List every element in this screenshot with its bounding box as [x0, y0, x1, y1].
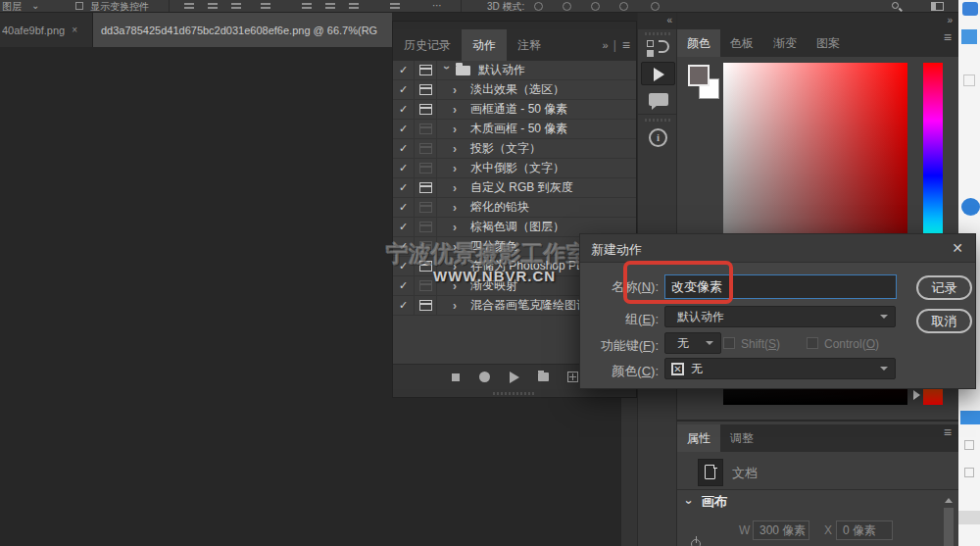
- tab-adjustments[interactable]: 调整: [720, 424, 763, 452]
- 3d-mode-icon[interactable]: [534, 2, 543, 11]
- chevron-right-icon[interactable]: ›: [453, 142, 463, 156]
- action-row[interactable]: ✓ › 自定义 RGB 到灰度: [393, 178, 636, 198]
- distribute-icon[interactable]: [390, 3, 400, 5]
- align-overflow-button[interactable]: ⋯: [432, 0, 442, 11]
- chevron-right-icon[interactable]: ›: [453, 181, 463, 195]
- toggle-item-on[interactable]: ✓: [393, 198, 415, 217]
- shift-checkbox[interactable]: [723, 337, 735, 349]
- chevron-right-icon[interactable]: ›: [453, 299, 463, 313]
- control-checkbox[interactable]: [807, 337, 818, 349]
- tab-notes[interactable]: 注释: [507, 29, 552, 61]
- toggle-dialog[interactable]: [415, 80, 437, 99]
- x-field[interactable]: 0 像素: [836, 521, 893, 540]
- notes-panel-icon[interactable]: [649, 93, 668, 106]
- dock-grip[interactable]: [645, 119, 671, 122]
- action-row[interactable]: ✓ › 水中倒影（文字）: [393, 159, 636, 178]
- action-row[interactable]: ✓ › 熔化的铅块: [393, 198, 636, 218]
- chevron-expanded-icon[interactable]: ›: [440, 66, 454, 75]
- action-row[interactable]: ✓ › 投影（文字）: [393, 139, 636, 159]
- dialog-title-bar[interactable]: 新建动作 ✕: [580, 234, 975, 263]
- width-field[interactable]: 300 像素: [753, 521, 809, 540]
- panel-menu-icon[interactable]: ≡: [944, 29, 952, 45]
- align-top-icon[interactable]: [261, 3, 270, 5]
- toggle-item-on[interactable]: ✓: [393, 80, 415, 99]
- toggle-dialog[interactable]: [415, 218, 437, 236]
- tab-patterns[interactable]: 图案: [807, 29, 850, 57]
- info-panel-icon[interactable]: i: [649, 128, 667, 147]
- action-row[interactable]: ✓ › 木质画框 - 50 像素: [393, 120, 636, 139]
- chevron-right-icon[interactable]: ›: [453, 221, 463, 234]
- align-left-icon[interactable]: [184, 3, 194, 5]
- collapse-panels-icon[interactable]: «: [666, 15, 671, 25]
- action-row[interactable]: ✓ › 淡出效果（选区）: [393, 80, 636, 100]
- toggle-item-on[interactable]: ✓: [393, 159, 415, 177]
- align-right-icon[interactable]: [231, 3, 241, 5]
- toggle-item-on[interactable]: ✓: [393, 139, 415, 158]
- new-action-button[interactable]: [567, 372, 578, 382]
- toggle-dialog[interactable]: [415, 198, 437, 217]
- panel-scrollbar[interactable]: [944, 508, 954, 546]
- history-panel-icon[interactable]: [647, 40, 670, 59]
- toggle-item-on[interactable]: ✓: [393, 61, 415, 79]
- chevron-right-icon[interactable]: ›: [453, 123, 463, 136]
- color-dropdown[interactable]: ✕ 无: [664, 358, 896, 379]
- foreground-color-swatch[interactable]: [688, 65, 710, 86]
- cancel-button[interactable]: 取消: [916, 309, 972, 333]
- play-button[interactable]: [509, 372, 519, 382]
- record-button[interactable]: 记录: [916, 275, 972, 300]
- set-dropdown[interactable]: 默认动作: [664, 306, 896, 327]
- panel-resize-grip[interactable]: [393, 389, 636, 397]
- dock-grip[interactable]: [645, 32, 671, 35]
- document-tab[interactable]: 40afe9bf.png ×: [0, 13, 93, 47]
- toggle-item-on[interactable]: ✓: [393, 178, 415, 197]
- panel-menu-icon[interactable]: ≡: [622, 37, 630, 53]
- tab-actions[interactable]: 动作: [462, 29, 507, 61]
- close-icon[interactable]: ×: [72, 25, 77, 35]
- toggle-dialog[interactable]: [415, 120, 437, 138]
- action-set-row[interactable]: ✓ › 默认动作: [393, 61, 636, 80]
- toggle-dialog[interactable]: [415, 61, 437, 79]
- toggle-dialog[interactable]: [415, 100, 437, 119]
- 3d-mode-icon[interactable]: [563, 2, 571, 11]
- toggle-item-on[interactable]: ✓: [393, 276, 415, 295]
- collapse-panel-icon[interactable]: »: [603, 39, 608, 51]
- tab-properties[interactable]: 属性: [677, 424, 720, 452]
- toggle-dialog[interactable]: [415, 139, 437, 158]
- chevron-right-icon[interactable]: ›: [453, 201, 463, 215]
- chevron-right-icon[interactable]: ›: [453, 162, 463, 175]
- distribute-icon[interactable]: [349, 3, 359, 5]
- toggle-item-on[interactable]: ✓: [393, 120, 415, 138]
- panel-menu-icon[interactable]: ≡: [944, 424, 952, 440]
- new-set-button[interactable]: [538, 372, 549, 382]
- tab-swatches[interactable]: 色板: [720, 29, 763, 57]
- chevron-right-icon[interactable]: ›: [453, 103, 463, 117]
- 3d-mode-icon[interactable]: [651, 2, 660, 11]
- action-row[interactable]: ✓ › 画框通道 - 50 像素: [393, 100, 636, 120]
- align-center-icon[interactable]: [208, 3, 218, 5]
- stop-button[interactable]: [450, 372, 461, 382]
- chevron-down-icon[interactable]: ›: [682, 500, 697, 504]
- close-icon[interactable]: ✕: [952, 240, 963, 256]
- toggle-item-on[interactable]: ✓: [393, 100, 415, 119]
- toggle-item-on[interactable]: ✓: [393, 296, 415, 315]
- distribute-icon[interactable]: [325, 3, 335, 5]
- chevron-right-icon[interactable]: ›: [453, 83, 463, 97]
- record-button[interactable]: [479, 372, 490, 382]
- search-icon[interactable]: [892, 2, 899, 9]
- toggle-dialog[interactable]: [415, 159, 437, 177]
- toggle-dialog[interactable]: [415, 296, 437, 315]
- scroll-up-icon[interactable]: [945, 498, 953, 503]
- toggle-item-on[interactable]: ✓: [393, 218, 415, 236]
- show-transform-checkbox[interactable]: [75, 2, 83, 10]
- collapse-panels-icon[interactable]: »: [947, 15, 952, 25]
- function-key-dropdown[interactable]: 无: [664, 332, 721, 354]
- tab-gradients[interactable]: 渐变: [763, 29, 807, 57]
- tab-color[interactable]: 颜色: [677, 29, 720, 57]
- 3d-mode-icon[interactable]: [619, 2, 628, 11]
- actions-panel-icon[interactable]: [641, 62, 675, 85]
- constrain-link-icon[interactable]: [691, 539, 701, 546]
- distribute-icon[interactable]: [302, 3, 312, 5]
- layer-select[interactable]: 图层: [2, 0, 22, 13]
- 3d-mode-icon[interactable]: [591, 2, 600, 11]
- workspace-icon[interactable]: [931, 2, 944, 11]
